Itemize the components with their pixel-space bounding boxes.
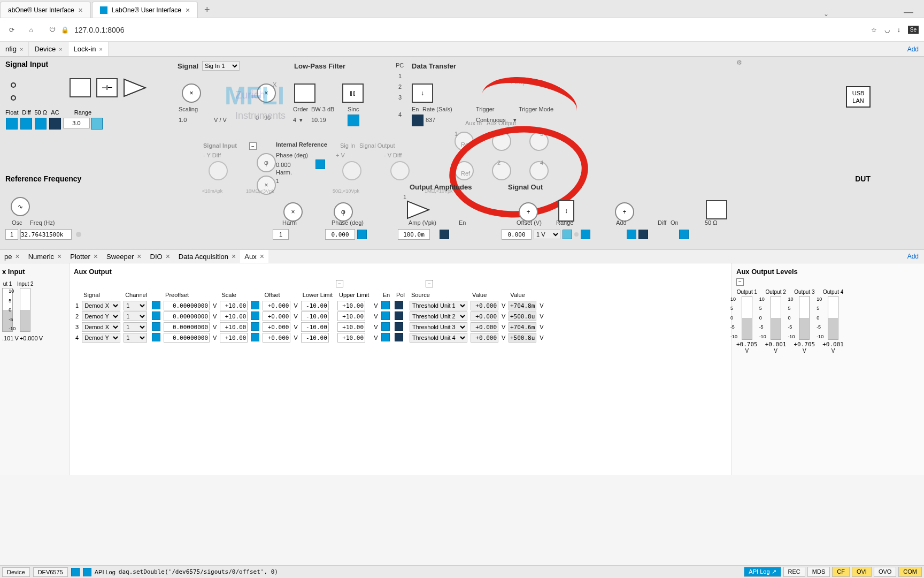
scale-input[interactable]: [220, 322, 248, 332]
offset-input[interactable]: [502, 229, 532, 240]
en-toggle[interactable]: [381, 322, 390, 331]
sinc-button[interactable]: [348, 115, 359, 126]
dropdown-icon[interactable]: ▾: [299, 117, 303, 124]
tab-numeric[interactable]: Numeric×: [24, 250, 66, 263]
ac-button[interactable]: [49, 118, 61, 130]
range-select[interactable]: 1 V: [534, 230, 560, 239]
close-icon[interactable]: ×: [94, 252, 98, 261]
preoffset-input[interactable]: [164, 301, 210, 310]
tab-plotter[interactable]: Plotter×: [66, 250, 102, 263]
channel-select[interactable]: 1: [124, 311, 147, 321]
collapse-toggle[interactable]: −: [736, 278, 744, 286]
chevron-down-icon[interactable]: ⌄: [823, 10, 829, 18]
pol-toggle[interactable]: [395, 311, 403, 320]
close-icon[interactable]: ×: [232, 252, 236, 261]
tab-scope[interactable]: pe×: [0, 250, 24, 263]
upper-input[interactable]: [337, 333, 365, 343]
lower-input[interactable]: [301, 301, 329, 310]
collapse-toggle[interactable]: −: [249, 142, 257, 150]
close-icon[interactable]: ×: [79, 6, 83, 14]
pol-toggle[interactable]: [395, 322, 403, 331]
diff-button[interactable]: [20, 118, 32, 130]
aux-knob[interactable]: [492, 132, 511, 151]
offset-input[interactable]: [263, 301, 290, 310]
lower-input[interactable]: [301, 333, 329, 343]
close-icon[interactable]: ×: [99, 46, 103, 52]
offset-toggle[interactable]: [251, 333, 259, 341]
source-select[interactable]: Threshold Unit 1: [410, 301, 467, 310]
offset-toggle[interactable]: [251, 301, 259, 309]
source-select[interactable]: Threshold Unit 2: [410, 311, 467, 321]
signal-select[interactable]: Demod Y: [82, 333, 120, 343]
harm-input[interactable]: [273, 229, 289, 240]
lower-input[interactable]: [301, 311, 329, 321]
minimize-icon[interactable]: —: [904, 6, 913, 18]
channel-select[interactable]: 1: [124, 322, 147, 332]
upper-input[interactable]: [337, 301, 365, 310]
aux-knob[interactable]: [529, 132, 549, 151]
app-tab-config[interactable]: nfig ×: [0, 42, 29, 56]
address-bar[interactable]: 🛡 🔒 127.0.0.1:8006: [44, 21, 865, 39]
on-button[interactable]: [638, 230, 648, 239]
close-icon[interactable]: ×: [59, 46, 62, 52]
signal-select[interactable]: Demod Y: [82, 311, 120, 321]
reload-icon[interactable]: ⟳: [5, 24, 18, 36]
channel-select[interactable]: 1: [124, 301, 147, 310]
source-select[interactable]: Threshold Unit 4: [410, 333, 467, 343]
app-tab-device[interactable]: Device ×: [29, 42, 68, 56]
en-toggle[interactable]: [381, 311, 390, 320]
extension-icon[interactable]: Se: [908, 26, 919, 34]
collapse-toggle[interactable]: −: [336, 280, 343, 287]
bookmark-icon[interactable]: ☆: [871, 26, 877, 34]
signal-select[interactable]: Sig In 1: [202, 61, 240, 71]
gear-icon[interactable]: ⚙: [736, 59, 742, 66]
close-icon[interactable]: ×: [15, 252, 19, 261]
offset-toggle[interactable]: [251, 322, 259, 331]
add-tab-button[interactable]: Add: [907, 45, 924, 53]
browser-tab-1[interactable]: abOne® User Interface ×: [0, 2, 91, 18]
pol-toggle[interactable]: [395, 333, 403, 341]
close-icon[interactable]: ×: [186, 6, 190, 14]
close-icon[interactable]: ×: [20, 46, 23, 52]
offset-input[interactable]: [263, 311, 290, 321]
scale-input[interactable]: [220, 301, 248, 310]
preoffset-toggle[interactable]: [152, 322, 160, 331]
collapse-toggle[interactable]: −: [426, 280, 433, 287]
osc-input[interactable]: [5, 229, 18, 240]
upper-input[interactable]: [337, 322, 365, 332]
close-icon[interactable]: ×: [57, 252, 61, 261]
tab-dio[interactable]: DIO×: [146, 250, 174, 263]
signal-select[interactable]: Demod X: [82, 301, 120, 310]
offset-input[interactable]: [263, 322, 290, 332]
phase-zero-button[interactable]: [357, 230, 367, 239]
app-tab-lockin[interactable]: Lock-in ×: [68, 42, 109, 56]
add-tab-button[interactable]: Add: [907, 253, 924, 260]
preoffset-input[interactable]: [164, 322, 210, 332]
phase-input[interactable]: [325, 229, 355, 240]
home-icon[interactable]: ⌂: [25, 24, 37, 36]
pol-toggle[interactable]: [395, 301, 403, 309]
channel-select[interactable]: 1: [124, 333, 147, 343]
offset-input[interactable]: [263, 333, 290, 343]
offset-toggle[interactable]: [251, 311, 259, 320]
amp-input[interactable]: [398, 229, 430, 240]
close-icon[interactable]: ×: [260, 252, 264, 261]
close-icon[interactable]: ×: [166, 252, 170, 261]
fifty-button[interactable]: [679, 230, 689, 239]
api-log-link[interactable]: API Log ↗: [744, 567, 781, 577]
upper-input[interactable]: [337, 311, 365, 321]
new-tab-button[interactable]: +: [199, 2, 215, 18]
signal-select[interactable]: Demod X: [82, 322, 120, 332]
en-button[interactable]: [412, 115, 424, 126]
pocket-icon[interactable]: ◡: [884, 26, 890, 34]
scale-input[interactable]: [220, 311, 248, 321]
tab-data-acquisition[interactable]: Data Acquisition×: [174, 250, 240, 263]
en-button[interactable]: [440, 230, 449, 239]
status-toggle[interactable]: [71, 568, 80, 576]
range-auto-button[interactable]: [563, 230, 572, 239]
preoffset-toggle[interactable]: [152, 301, 160, 309]
status-toggle[interactable]: [83, 568, 91, 576]
downloads-icon[interactable]: ↓: [897, 26, 900, 34]
tab-sweeper[interactable]: Sweeper×: [102, 250, 146, 263]
range-auto-button[interactable]: [91, 118, 103, 130]
